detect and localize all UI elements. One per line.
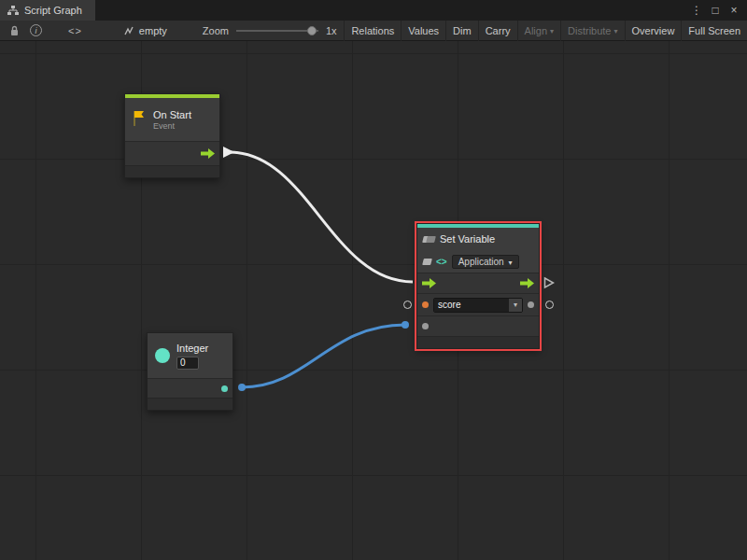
value-output-connector-circle[interactable] [545, 301, 554, 309]
variable-name-input[interactable] [434, 299, 509, 312]
close-icon[interactable]: × [726, 4, 741, 17]
tab-script-graph[interactable]: Script Graph [0, 0, 95, 21]
flow-output-port[interactable] [520, 278, 534, 288]
zoom-slider-knob[interactable] [307, 26, 317, 35]
node-subtitle: Event [153, 121, 191, 131]
flow-output-port[interactable] [201, 148, 215, 159]
name-port-row: ▾ [417, 293, 539, 315]
name-input-port[interactable] [422, 301, 429, 308]
node-footer [148, 398, 233, 410]
variable-name-dropdown[interactable]: ▾ [509, 299, 522, 312]
node-footer [125, 165, 219, 177]
node-set-variable[interactable]: Set Variable <> Application ▾ ▾ [416, 223, 540, 349]
integer-type-icon [155, 348, 170, 363]
node-title: Integer [176, 343, 208, 354]
flag-icon [131, 109, 148, 130]
output-port-row [148, 378, 233, 398]
zoom-label: Zoom [203, 25, 229, 36]
variable-scope-dropdown[interactable]: Application ▾ [452, 255, 519, 269]
title-bar: Script Graph ⋮ □ × [0, 0, 747, 21]
variables-icon [423, 233, 435, 245]
flow-input-port[interactable] [422, 278, 436, 288]
integer-value-input[interactable] [176, 357, 199, 370]
value-input-port[interactable] [422, 323, 429, 329]
values-button[interactable]: Values [401, 21, 445, 41]
value-port-row [417, 315, 539, 336]
wire-endpoint-dot[interactable] [238, 384, 246, 391]
distribute-button[interactable]: Distribute▾ [560, 21, 624, 41]
value-output-port[interactable] [528, 301, 534, 308]
code-toggle-icon[interactable]: <> [68, 21, 82, 41]
dim-button[interactable]: Dim [445, 21, 478, 41]
pointer-icon [123, 25, 134, 36]
node-integer[interactable]: Integer [147, 332, 233, 411]
toolbar-buttons: Relations Values Dim Carry Align▾ Distri… [344, 21, 747, 41]
flow-out-unconnected-triangle[interactable] [543, 276, 555, 289]
relations-button[interactable]: Relations [344, 21, 401, 41]
node-title: Set Variable [440, 233, 495, 245]
zoom-value: 1x [326, 25, 337, 36]
info-icon[interactable]: i [30, 24, 42, 36]
flow-out-connector-triangle[interactable] [222, 145, 235, 160]
chevron-down-icon: ▾ [509, 259, 513, 267]
overview-button[interactable]: Overview [625, 21, 682, 41]
chevron-down-icon: ▾ [614, 27, 618, 35]
fullscreen-button[interactable]: Full Screen [681, 21, 747, 41]
graph-toolbar: i <> empty Zoom 1x Relations Values Dim … [0, 21, 747, 41]
code-brackets-icon: <> [436, 257, 447, 267]
flow-port-row [417, 273, 539, 293]
chevron-down-icon: ▾ [550, 27, 554, 35]
window-controls: ⋮ □ × [689, 0, 747, 21]
graph-canvas[interactable] [0, 41, 747, 560]
node-title: On Start [153, 109, 191, 120]
zoom-slider[interactable] [236, 30, 318, 32]
integer-output-port[interactable] [221, 385, 228, 392]
graph-pointer-label: empty [139, 25, 167, 36]
name-input-connector-circle[interactable] [403, 301, 412, 309]
align-button[interactable]: Align▾ [517, 21, 560, 41]
lock-icon[interactable] [6, 21, 22, 41]
carry-button[interactable]: Carry [478, 21, 517, 41]
wire-endpoint-dot[interactable] [402, 321, 409, 329]
flow-output-row [125, 141, 219, 165]
zoom-control: Zoom 1x [203, 25, 337, 36]
menu-icon[interactable]: ⋮ [689, 4, 704, 17]
node-footer [417, 336, 539, 348]
tab-label: Script Graph [24, 5, 82, 16]
graph-pointer[interactable]: empty [123, 25, 167, 36]
node-on-start[interactable]: On Start Event [124, 93, 220, 178]
graph-icon [7, 6, 19, 16]
unit-icon [423, 256, 431, 267]
maximize-icon[interactable]: □ [708, 4, 723, 17]
